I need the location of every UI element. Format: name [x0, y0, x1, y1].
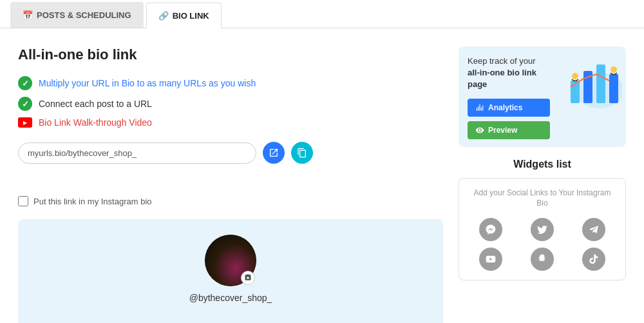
widgets-card: Add your Social Links to Your Instagram …: [459, 178, 626, 281]
bio-preview-card: @bythecover_shop_: [18, 219, 443, 323]
tab-biolink-label: BIO LINK: [173, 11, 209, 21]
analytics-label: Analytics: [488, 103, 522, 112]
copy-link-button[interactable]: [291, 142, 313, 164]
analytics-icon: [475, 103, 484, 112]
twitter-icon[interactable]: [531, 218, 554, 241]
calendar-icon: 📅: [23, 10, 33, 20]
svg-point-5: [572, 73, 578, 79]
main-content: All-in-one bio link Multiply your URL in…: [0, 28, 644, 323]
snapchat-icon[interactable]: [531, 248, 554, 271]
instagram-bio-label: Put this link in my Instagram bio: [33, 197, 152, 206]
copy-icon: [297, 148, 307, 158]
feature-item-0: Multiply your URL in Bio to as many URLs…: [18, 76, 443, 90]
external-link-icon: [269, 148, 279, 158]
preview-icon: [475, 126, 484, 135]
page-title: All-in-one bio link: [18, 46, 443, 63]
tab-posts-label: POSTS & SCHEDULING: [37, 10, 131, 20]
url-input[interactable]: [28, 148, 247, 158]
feature-text-0: Multiply your URL in Bio to as many URLs…: [39, 78, 256, 88]
svg-rect-3: [596, 64, 605, 103]
preview-button[interactable]: Preview: [468, 121, 550, 139]
username-label: @bythecover_shop_: [189, 293, 272, 303]
feature-item-2: Bio Link Walk-through Video: [18, 117, 443, 128]
track-illustration: [564, 52, 622, 110]
tab-biolink[interactable]: 🔗 BIO LINK: [146, 3, 222, 28]
left-panel: All-in-one bio link Multiply your URL in…: [18, 46, 443, 323]
right-panel: Keep track of your all-in-one bio link p…: [459, 46, 626, 323]
social-icons-grid: [468, 218, 616, 271]
track-card-buttons: Analytics Preview: [468, 99, 550, 139]
avatar-wrapper: [205, 235, 256, 286]
analytics-button[interactable]: Analytics: [468, 99, 550, 117]
feature-list: Multiply your URL in Bio to as many URLs…: [18, 76, 443, 128]
check-icon-0: [18, 76, 32, 90]
svg-rect-4: [609, 74, 618, 103]
feature-item-1: Connect each post to a URL: [18, 97, 443, 111]
track-card-title: Keep track of your all-in-one bio link p…: [468, 55, 550, 91]
feature-text-2[interactable]: Bio Link Walk-through Video: [39, 117, 152, 128]
messenger-icon[interactable]: [479, 218, 502, 241]
widgets-card-text: Add your Social Links to Your Instagram …: [468, 188, 616, 210]
check-icon-1: [18, 97, 32, 111]
url-row: [18, 142, 313, 164]
svg-point-6: [611, 66, 617, 73]
preview-label: Preview: [488, 126, 517, 135]
track-card: Keep track of your all-in-one bio link p…: [459, 46, 626, 147]
feature-text-1: Connect each post to a URL: [39, 99, 152, 109]
camera-badge[interactable]: [241, 271, 255, 285]
youtube-social-icon[interactable]: [479, 248, 502, 271]
telegram-icon[interactable]: [582, 218, 605, 241]
link-icon: 🔗: [158, 11, 169, 21]
tab-posts[interactable]: 📅 POSTS & SCHEDULING: [10, 2, 144, 28]
instagram-bio-checkbox-row: Put this link in my Instagram bio: [18, 196, 152, 206]
widgets-section-title: Widgets list: [459, 159, 626, 170]
instagram-bio-checkbox[interactable]: [18, 196, 28, 206]
camera-icon: [244, 274, 252, 282]
youtube-icon: [18, 117, 32, 128]
tabs-bar: 📅 POSTS & SCHEDULING 🔗 BIO LINK: [0, 0, 644, 28]
url-input-wrapper: [18, 142, 256, 164]
open-link-button[interactable]: [263, 142, 285, 164]
tiktok-icon[interactable]: [582, 248, 605, 271]
